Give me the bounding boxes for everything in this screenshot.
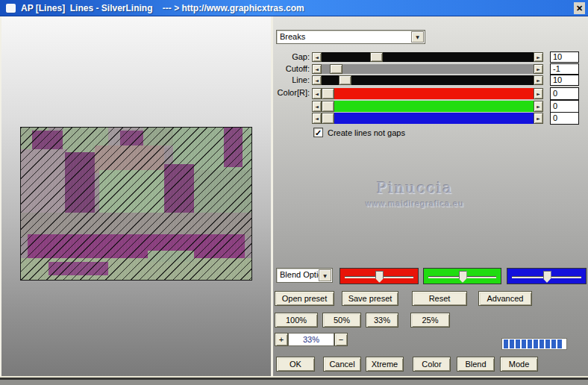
slider-arrow-left-icon[interactable]: ◄ [312,52,322,62]
slider-thumb[interactable] [322,88,334,99]
preset-advanced-button[interactable]: Advanced [478,291,532,306]
slider-value-field[interactable]: 0 [550,112,579,125]
mixer-thumb[interactable] [543,271,551,283]
slider-track[interactable] [322,64,534,74]
slider-value-field[interactable]: 10 [550,75,579,86]
slider-value-field[interactable]: 0 [550,87,579,100]
zoom-level-value: 33% [288,333,334,346]
watermark-url: www.maidiregrafica.eu [333,199,497,208]
slider-arrow-left-icon[interactable]: ◄ [312,88,322,99]
create-lines-checkbox-row: ✓ Create lines not gaps [313,128,405,137]
action-ok-button[interactable]: OK [276,357,315,372]
slider-arrow-left-icon[interactable]: ◄ [312,113,322,124]
slider-value-field[interactable]: -1 [550,63,579,75]
slider-thumb[interactable] [330,64,343,74]
slider-arrow-right-icon[interactable]: ► [534,88,543,99]
preset-reset-button[interactable]: Reset [412,291,467,306]
slider-label: Cutoff: [273,64,310,73]
chevron-down-icon[interactable]: ▼ [411,31,424,43]
slider-label: Color[R]: [273,88,310,97]
title-bar[interactable]: AP [Lines] Lines - SilverLining --- > ht… [0,0,588,16]
watermark: Pinuccia www.maidiregrafica.eu [333,179,497,208]
progress-segment [557,339,562,348]
slider-arrow-right-icon[interactable]: ► [534,64,543,74]
red-mixer-slider[interactable] [340,268,419,284]
window-title: AP [Lines] Lines - SilverLining --- > ht… [21,3,304,13]
slider-arrow-left-icon[interactable]: ◄ [312,101,322,112]
blend-options-dropdown[interactable]: Blend Optio ▼ [276,268,333,283]
preset-dropdown[interactable]: Breaks ▼ [276,30,425,44]
hatch-overlay [21,128,251,280]
chevron-down-icon[interactable]: ▼ [319,269,331,281]
zoom-in-button[interactable]: + [275,333,288,346]
progress-segment [510,339,514,348]
zoom-25-button[interactable]: 25% [410,313,450,328]
desktop-strip [0,380,588,385]
slider-arrow-right-icon[interactable]: ► [534,52,543,62]
zoom-50-button[interactable]: 50% [322,313,361,328]
action-blend-button[interactable]: Blend [457,357,495,372]
mixer-thumb[interactable] [459,271,467,283]
preset-savepreset-button[interactable]: Save preset [342,291,398,306]
progress-segment [504,339,508,348]
slider-track[interactable] [322,52,534,62]
progress-segment [539,339,544,348]
progress-segment [516,339,520,348]
action-cancel-button[interactable]: Cancel [323,357,361,372]
slider-thumb[interactable] [370,52,383,62]
slider-track[interactable] [322,113,534,124]
window-left-edge [0,16,1,376]
controls-panel: Breaks ▼ Gap:◄►10Cutoff:◄►-1Line:◄►10Col… [273,16,588,376]
progress-segment [534,339,538,348]
zoom-100-button[interactable]: 100% [275,313,318,328]
slider-thumb[interactable] [322,101,334,112]
slider-label: Gap: [273,52,310,61]
progress-segment [522,339,526,348]
slider-track[interactable] [322,101,534,112]
create-lines-checkbox[interactable]: ✓ [313,128,323,137]
slider-thumb[interactable] [339,75,351,85]
plugin-window: AP [Lines] Lines - SilverLining --- > ht… [0,0,588,385]
preview-image [20,127,252,281]
slider-arrow-right-icon[interactable]: ► [534,101,543,112]
app-icon [6,4,16,13]
preset-openpreset-button[interactable]: Open preset [275,291,334,306]
slider-track[interactable] [322,75,534,85]
progress-segment [528,339,532,348]
close-icon[interactable]: ✕ [574,2,585,14]
progress-bar [501,338,567,350]
green-mixer-slider[interactable] [423,268,501,284]
action-mode-button[interactable]: Mode [500,357,538,372]
progress-segment [551,339,556,348]
create-lines-checkbox-label: Create lines not gaps [328,128,405,137]
action-color-button[interactable]: Color [413,357,451,372]
slider-track[interactable] [322,88,534,99]
zoom-33-button[interactable]: 33% [366,313,398,328]
slider-value-field[interactable]: 10 [550,51,579,63]
slider-arrow-left-icon[interactable]: ◄ [312,64,322,74]
slider-arrow-right-icon[interactable]: ► [534,113,543,124]
zoom-out-button[interactable]: − [334,333,348,346]
action-xtreme-button[interactable]: Xtreme [366,357,404,372]
blue-mixer-slider[interactable] [507,268,587,284]
slider-value-field[interactable]: 0 [550,100,579,113]
mixer-thumb[interactable] [375,271,384,283]
slider-arrow-right-icon[interactable]: ► [534,75,543,85]
watermark-name: Pinuccia [333,179,497,197]
progress-segment [545,339,550,348]
preview-panel [0,16,271,376]
slider-thumb[interactable] [322,113,334,124]
slider-label: Line: [273,75,310,84]
preset-dropdown-value: Breaks [277,31,425,41]
slider-arrow-left-icon[interactable]: ◄ [312,75,322,85]
